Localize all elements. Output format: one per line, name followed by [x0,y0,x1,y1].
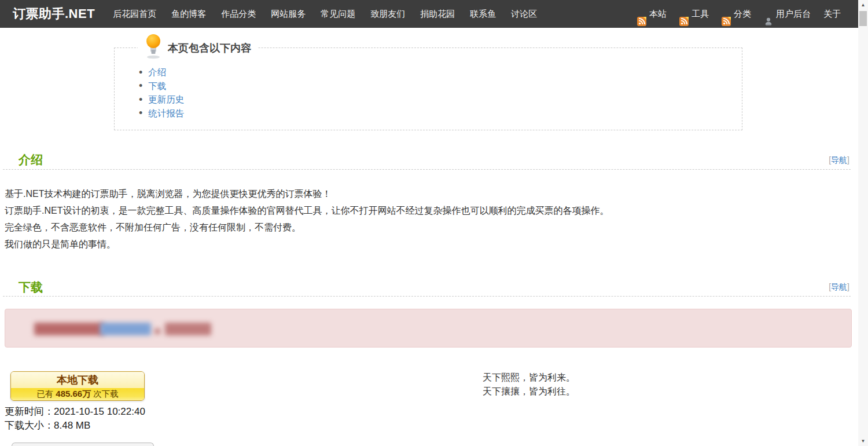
download-count-suffix: 次下载 [93,389,119,400]
list-item: • 介绍 [139,65,742,79]
about-link[interactable]: 关于 [817,0,847,28]
back-to-nav-link[interactable]: 导航 [831,282,847,291]
download-button-label: 本地下载 [11,372,144,388]
page-contents-title: 本页包含以下内容 [168,41,251,55]
section-title-download: 下载 [19,279,43,295]
nav-menu: 后花园首页 鱼的博客 作品分类 网站服务 常见问题 致朋友们 捐助花园 联系鱼 … [105,0,545,28]
toc-link-stats[interactable]: 统计报告 [148,107,184,120]
page-contents-header: 本页包含以下内容 [138,34,258,62]
section-divider [3,169,851,170]
rss-category-label: 分类 [734,0,751,28]
page-contents-box: 本页包含以下内容 • 介绍 • 下载 • 更新历史 • 统计报告 [114,47,742,130]
redacted-text [34,321,211,337]
paragraph: 基于.NET技术构建的订票助手，脱离浏览器，为您提供更快更优秀的订票体验！ [5,185,832,202]
file-size-value: 8.48 MB [54,420,90,431]
rss-site-label: 本站 [649,0,667,28]
paragraph: 我们做的只是简单的事情。 [5,236,832,253]
user-icon [764,9,773,19]
local-download-button[interactable]: 本地下载 已有 485.66万 次下载 [10,371,145,401]
nav-item-donate[interactable]: 捐助花园 [413,0,462,28]
download-count-prefix: 已有 [36,389,53,400]
bullet: • [139,94,142,105]
toc-link-history[interactable]: 更新历史 [148,93,184,107]
download-notice-box [5,309,852,348]
nav-right-group: 本站 工具 分类 用户后台 关于 [631,0,847,28]
paragraph: 完全绿色，不含恶意软件，不附加任何广告，没有任何限制，不需付费。 [5,219,832,236]
bullet: • [139,81,142,91]
toc-link-intro[interactable]: 介绍 [148,65,166,79]
download-info: 更新时间：2021-10-15 10:22:40 下载大小：8.48 MB [5,405,145,433]
nav-item-friends[interactable]: 致朋友们 [363,0,413,28]
nav-item-services[interactable]: 网站服务 [263,0,313,28]
nav-item-faq[interactable]: 常见问题 [313,0,363,28]
rss-icon [722,9,731,19]
redacted-blob [34,323,104,335]
rss-tools-link[interactable]: 工具 [673,0,715,28]
quote-line: 天下攘攘，皆为利往。 [483,385,575,399]
update-time-value: 2021-10-15 10:22:40 [54,406,145,417]
user-backend-label: 用户后台 [776,0,811,28]
list-item: • 统计报告 [139,107,742,120]
nav-item-forum[interactable]: 讨论区 [503,0,545,28]
section-title-intro: 介绍 [19,152,43,168]
paragraph: 订票助手.NET设计的初衷，是一款完整工具、高质量操作体验的官网替代工具，让你不… [5,202,832,219]
section-divider [3,296,851,297]
rss-icon [637,9,646,19]
scrollbar-thumb[interactable] [859,11,867,26]
quote-line: 天下熙熙，皆为利来。 [483,371,575,385]
rss-tools-label: 工具 [692,0,709,28]
bracket: ] [847,155,849,164]
redacted-blob [165,323,211,335]
list-item: • 下载 [139,79,742,93]
rss-site-link[interactable]: 本站 [631,0,673,28]
back-to-nav-link[interactable]: 导航 [831,155,847,164]
update-time-line: 更新时间：2021-10-15 10:22:40 [5,405,145,419]
site-brand[interactable]: 订票助手.NET [13,5,95,23]
secondary-download-button-partial[interactable] [12,443,154,446]
page-contents-list: • 介绍 • 下载 • 更新历史 • 统计报告 [139,65,742,120]
file-size-line: 下载大小：8.48 MB [5,419,145,433]
intro-paragraphs: 基于.NET技术构建的订票助手，脱离浏览器，为您提供更快更优秀的订票体验！ 订票… [5,185,832,253]
scroll-up-arrow[interactable]: ▲ [858,0,868,10]
redacted-blob [155,328,160,334]
download-nav-anchor: [导航] [829,282,849,293]
download-count: 485.66万 [56,389,91,400]
bullet: • [139,108,142,118]
redacted-blob [100,323,151,335]
rss-category-link[interactable]: 分类 [715,0,757,28]
nav-item-contact[interactable]: 联系鱼 [462,0,503,28]
lightbulb-icon [145,34,162,59]
file-size-label: 下载大小： [5,420,54,431]
list-item: • 更新历史 [139,93,742,107]
intro-nav-anchor: [导航] [829,155,849,166]
bullet: • [139,67,142,78]
vertical-scrollbar[interactable]: ▲ ▼ [858,0,868,446]
nav-item-home[interactable]: 后花园首页 [105,0,164,28]
nav-item-blog[interactable]: 鱼的博客 [164,0,214,28]
quote-block: 天下熙熙，皆为利来。 天下攘攘，皆为利往。 [483,371,575,399]
user-backend-link[interactable]: 用户后台 [757,0,817,28]
toc-link-download[interactable]: 下载 [148,79,166,93]
bracket: ] [847,282,849,291]
rss-icon [679,9,689,19]
nav-item-works[interactable]: 作品分类 [214,0,263,28]
top-navbar: 订票助手.NET 后花园首页 鱼的博客 作品分类 网站服务 常见问题 致朋友们 … [0,0,868,28]
scroll-down-arrow[interactable]: ▼ [858,436,868,446]
update-time-label: 更新时间： [5,406,54,417]
download-count-line: 已有 485.66万 次下载 [11,388,144,400]
